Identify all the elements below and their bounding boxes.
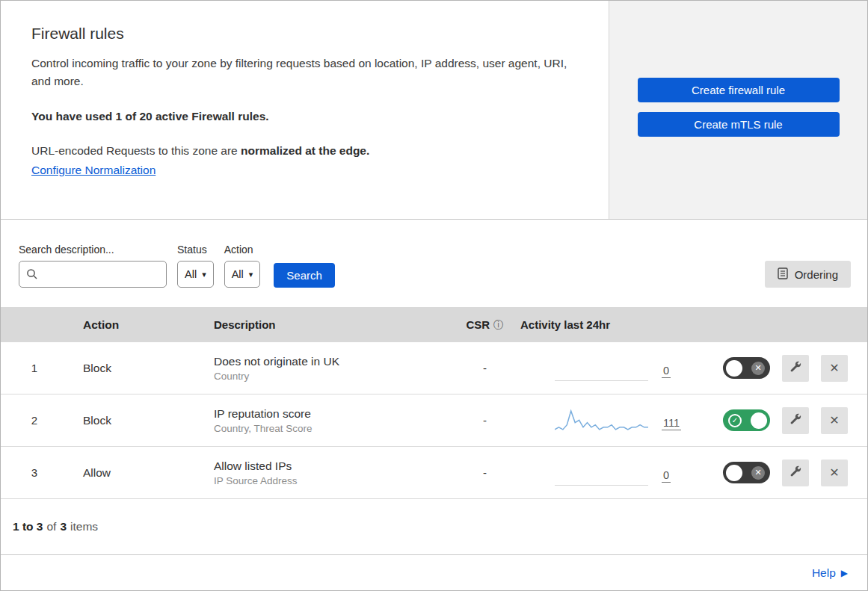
ordering-button[interactable]: Ordering bbox=[765, 261, 851, 288]
chevron-down-icon: ▾ bbox=[202, 270, 206, 279]
search-group: Search description... bbox=[19, 244, 167, 288]
rule-enabled-toggle[interactable]: ✓ ✕ bbox=[723, 409, 770, 431]
rule-controls: ✓ ✕ ✕ bbox=[707, 355, 867, 382]
help-bar: Help ▶ bbox=[1, 554, 867, 590]
page-title: Firewall rules bbox=[31, 25, 579, 43]
edit-rule-button[interactable] bbox=[782, 355, 809, 382]
activity-sparkline bbox=[555, 356, 648, 381]
header-activity: Activity last 24hr bbox=[520, 318, 707, 331]
action-value: All bbox=[232, 268, 244, 280]
filter-bar: Search description... Status All ▾ Actio… bbox=[1, 220, 867, 307]
action-dropdown[interactable]: All ▾ bbox=[224, 261, 261, 288]
activity-count-link[interactable]: 0 bbox=[662, 365, 671, 378]
search-input[interactable] bbox=[19, 261, 167, 288]
table-row: 3 Allow Allow listed IPs IP Source Addre… bbox=[1, 447, 867, 499]
delete-rule-button[interactable]: ✕ bbox=[821, 355, 848, 382]
wrench-icon bbox=[790, 465, 801, 480]
firewall-rules-page: Firewall rules Control incoming traffic … bbox=[0, 0, 868, 591]
status-value: All bbox=[185, 268, 197, 280]
create-mtls-rule-button[interactable]: Create mTLS rule bbox=[638, 112, 840, 137]
search-box bbox=[19, 261, 167, 288]
rule-controls: ✓ ✕ ✕ bbox=[707, 407, 867, 434]
rule-description-cell: Does not originate in UK Country bbox=[214, 355, 449, 382]
cross-icon: ✕ bbox=[751, 466, 765, 480]
status-filter-group: Status All ▾ bbox=[177, 244, 214, 288]
rule-description-cell: Allow listed IPs IP Source Address bbox=[214, 460, 449, 486]
cross-icon: ✕ bbox=[751, 362, 765, 375]
toggle-knob bbox=[726, 465, 742, 481]
wrench-icon bbox=[790, 413, 801, 427]
header-csr-label: CSR bbox=[466, 318, 490, 331]
search-button[interactable]: Search bbox=[274, 263, 335, 288]
rule-description: IP reputation score bbox=[214, 407, 449, 421]
rule-priority: 3 bbox=[31, 466, 37, 479]
action-filter-group: Action All ▾ bbox=[224, 244, 261, 288]
items-total: 3 bbox=[60, 520, 67, 533]
activity-count-link[interactable]: 0 bbox=[662, 469, 671, 483]
items-word: items bbox=[70, 520, 98, 533]
delete-rule-button[interactable]: ✕ bbox=[821, 460, 848, 486]
rule-csr: - bbox=[483, 362, 487, 374]
rule-activity-cell: 111 bbox=[520, 408, 707, 433]
rule-priority: 2 bbox=[31, 414, 37, 427]
usage-summary: You have used 1 of 20 active Firewall ru… bbox=[31, 110, 579, 123]
rule-priority: 1 bbox=[31, 362, 37, 374]
status-dropdown[interactable]: All ▾ bbox=[177, 261, 214, 288]
items-of: of bbox=[46, 520, 56, 533]
rule-csr: - bbox=[483, 414, 487, 427]
activity-sparkline bbox=[555, 408, 648, 433]
items-range: 1 to 3 bbox=[13, 520, 43, 533]
rule-action: Block bbox=[68, 362, 214, 375]
rule-action: Block bbox=[68, 414, 214, 427]
wrench-icon bbox=[790, 361, 801, 375]
intro-section: Firewall rules Control incoming traffic … bbox=[1, 1, 867, 220]
normalization-note-text: URL-encoded Requests to this zone are bbox=[31, 144, 238, 157]
edit-rule-button[interactable] bbox=[782, 407, 809, 434]
help-arrow-icon: ▶ bbox=[841, 568, 848, 578]
header-action: Action bbox=[68, 318, 214, 332]
table-row: 1 Block Does not originate in UK Country… bbox=[1, 342, 867, 394]
header-description: Description bbox=[214, 318, 449, 331]
search-icon bbox=[26, 268, 38, 283]
intro-description: Control incoming traffic to your zone by… bbox=[31, 55, 570, 90]
rule-fields: IP Source Address bbox=[214, 475, 449, 486]
configure-normalization-link[interactable]: Configure Normalization bbox=[31, 164, 156, 177]
rule-description-cell: IP reputation score Country, Threat Scor… bbox=[214, 407, 449, 434]
activity-count-link[interactable]: 111 bbox=[662, 417, 681, 430]
toggle-knob bbox=[726, 360, 742, 377]
help-link[interactable]: Help bbox=[812, 566, 836, 580]
chevron-down-icon: ▾ bbox=[249, 270, 253, 279]
header-csr: CSR ⓘ bbox=[466, 318, 503, 332]
close-icon: ✕ bbox=[829, 413, 839, 427]
close-icon: ✕ bbox=[829, 361, 839, 375]
activity-sparkline bbox=[555, 460, 648, 486]
rule-csr: - bbox=[483, 466, 487, 479]
pagination-summary: 1 to 3 of 3 items bbox=[1, 499, 867, 554]
rule-description: Does not originate in UK bbox=[214, 355, 449, 368]
delete-rule-button[interactable]: ✕ bbox=[821, 407, 848, 434]
rule-description: Allow listed IPs bbox=[214, 460, 449, 473]
create-actions-panel: Create firewall rule Create mTLS rule bbox=[609, 1, 867, 219]
search-label: Search description... bbox=[19, 244, 167, 256]
rule-enabled-toggle[interactable]: ✓ ✕ bbox=[723, 462, 770, 483]
ordering-label: Ordering bbox=[795, 268, 838, 281]
normalization-note-bold: normalized at the edge. bbox=[241, 144, 369, 157]
rule-fields: Country bbox=[214, 371, 449, 382]
create-firewall-rule-button[interactable]: Create firewall rule bbox=[638, 78, 840, 102]
edit-rule-button[interactable] bbox=[782, 460, 809, 486]
rule-action: Allow bbox=[68, 466, 214, 480]
table-header: Action Description CSR ⓘ Activity last 2… bbox=[1, 307, 867, 342]
status-label: Status bbox=[177, 244, 214, 256]
rule-activity-cell: 0 bbox=[520, 356, 707, 381]
rule-activity-cell: 0 bbox=[520, 460, 707, 486]
rule-enabled-toggle[interactable]: ✓ ✕ bbox=[723, 357, 770, 379]
action-label: Action bbox=[224, 244, 261, 256]
info-icon[interactable]: ⓘ bbox=[493, 318, 504, 332]
rule-controls: ✓ ✕ ✕ bbox=[707, 460, 867, 486]
toggle-knob bbox=[751, 412, 767, 429]
table-row: 2 Block IP reputation score Country, Thr… bbox=[1, 394, 867, 447]
rule-fields: Country, Threat Score bbox=[214, 423, 449, 434]
ordering-icon bbox=[778, 267, 788, 282]
normalization-note: URL-encoded Requests to this zone are no… bbox=[31, 144, 579, 158]
check-icon: ✓ bbox=[728, 414, 742, 427]
